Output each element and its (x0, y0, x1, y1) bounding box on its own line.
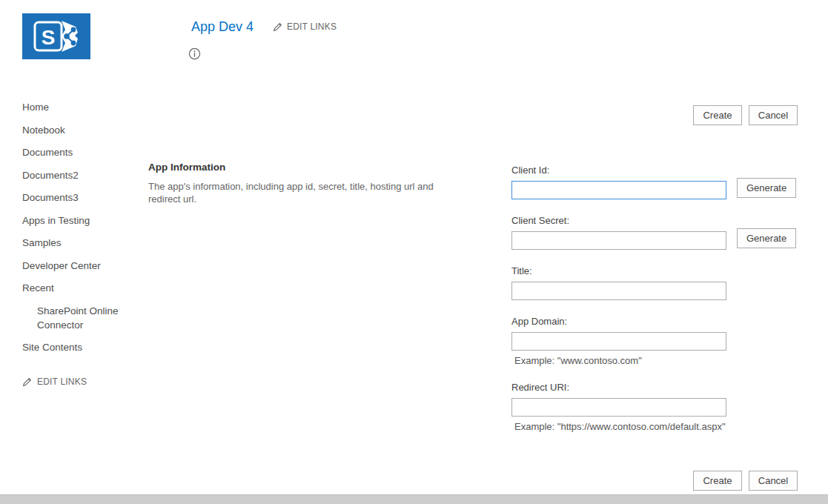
title-label: Title: (511, 265, 734, 276)
site-title[interactable]: App Dev 4 (191, 19, 254, 35)
pencil-icon (273, 22, 282, 32)
top-action-buttons: Create Cancel (693, 105, 798, 125)
sidebar-item-documents2[interactable]: Documents2 (22, 165, 145, 188)
client-secret-label: Client Secret: (511, 215, 734, 226)
client-id-field-group: Client Id: Generate (511, 165, 734, 199)
section-title: App Information (148, 162, 225, 173)
cancel-button-top[interactable]: Cancel (749, 105, 798, 125)
sidebar-nav: Home Notebook Documents Documents2 Docum… (22, 96, 145, 387)
redirect-uri-label: Redirect URI: (511, 382, 734, 393)
client-secret-field-group: Client Secret: Generate (511, 215, 734, 250)
section-description: The app's information, including app id,… (148, 180, 460, 205)
edit-links-sidebar-label: EDIT LINKS (37, 377, 87, 387)
generate-client-secret-button[interactable]: Generate (737, 228, 796, 248)
app-domain-example: Example: "www.contoso.com" (514, 355, 734, 366)
client-id-input[interactable] (511, 181, 726, 199)
pencil-icon (22, 377, 32, 387)
app-information-form: Client Id: Generate Client Secret: Gener… (511, 165, 734, 448)
footer-strip (0, 494, 828, 504)
create-button-top[interactable]: Create (693, 105, 742, 125)
sidebar-item-notebook[interactable]: Notebook (22, 119, 145, 142)
info-icon[interactable] (188, 47, 201, 63)
sidebar-item-apps-in-testing[interactable]: Apps in Testing (22, 210, 145, 233)
sidebar-item-site-contents[interactable]: Site Contents (22, 336, 145, 359)
cancel-button-bottom[interactable]: Cancel (749, 471, 798, 491)
sidebar-item-documents[interactable]: Documents (22, 142, 145, 165)
bottom-action-buttons: Create Cancel (693, 471, 798, 491)
title-field-group: Title: (511, 265, 734, 300)
app-domain-input[interactable] (511, 332, 726, 351)
redirect-uri-field-group: Redirect URI: Example: "https://www.cont… (511, 382, 734, 432)
app-domain-label: App Domain: (511, 316, 734, 327)
sidebar-item-documents3[interactable]: Documents3 (22, 187, 145, 210)
sidebar-item-home[interactable]: Home (22, 96, 145, 119)
sharepoint-logo-icon: S (22, 13, 90, 59)
redirect-uri-example: Example: "https://www.contoso.com/defaul… (514, 421, 734, 432)
sidebar-item-developer-center[interactable]: Developer Center (22, 255, 145, 278)
app-domain-field-group: App Domain: Example: "www.contoso.com" (511, 316, 734, 366)
sharepoint-logo[interactable]: S (22, 13, 90, 59)
title-input[interactable] (511, 282, 726, 300)
page: S App Dev 4 EDIT LINKS (0, 0, 828, 504)
header: S App Dev 4 EDIT LINKS (0, 0, 828, 82)
sidebar-item-sharepoint-online-connector[interactable]: SharePoint Online Connector (22, 304, 126, 332)
sidebar-item-samples[interactable]: Samples (22, 232, 145, 255)
generate-client-id-button[interactable]: Generate (737, 178, 796, 198)
edit-links-top-button[interactable]: EDIT LINKS (273, 21, 337, 32)
edit-links-sidebar-button[interactable]: EDIT LINKS (22, 377, 145, 387)
redirect-uri-input[interactable] (511, 398, 726, 417)
edit-links-top-label: EDIT LINKS (287, 21, 337, 32)
create-button-bottom[interactable]: Create (693, 471, 742, 491)
sidebar-item-recent[interactable]: Recent (22, 277, 145, 300)
client-secret-input[interactable] (511, 231, 726, 250)
client-id-label: Client Id: (511, 165, 734, 176)
svg-text:S: S (42, 26, 56, 49)
